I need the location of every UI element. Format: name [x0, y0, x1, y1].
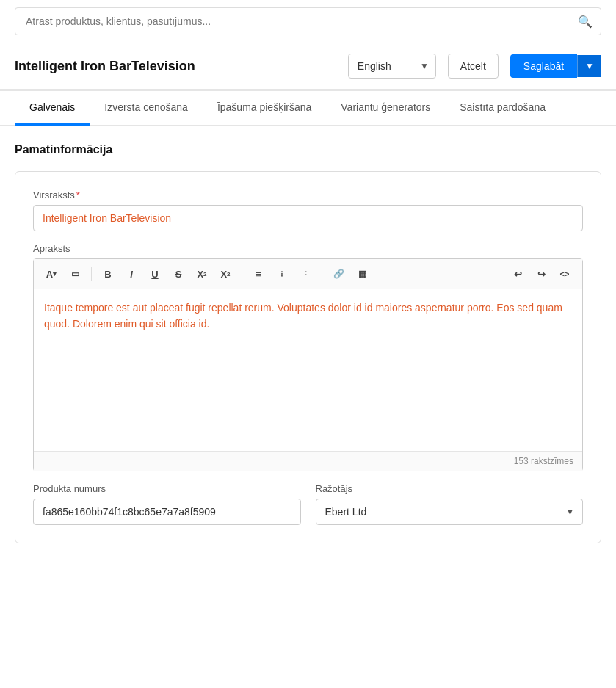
superscript-button[interactable]: X2 — [192, 264, 212, 284]
manufacturer-group: Ražotājs Ebert Ltd ▼ — [316, 483, 584, 525]
list-number-button[interactable]: ∶ — [295, 264, 316, 284]
bold-button[interactable]: B — [98, 264, 118, 284]
page-header: Intelligent Iron BarTelevision English ▼… — [0, 43, 616, 91]
search-input[interactable] — [15, 7, 601, 35]
list-bullet-button[interactable]: ⁝ — [272, 264, 292, 284]
tab-variantu-ģenerators[interactable]: Variantu ģenerators — [326, 91, 445, 126]
title-field-group: Virsraksts* — [33, 189, 583, 243]
save-button-group: Saglabāt ▼ — [510, 54, 601, 78]
manufacturer-select-wrapper: Ebert Ltd ▼ — [316, 499, 584, 525]
language-selector-wrapper: English ▼ — [348, 54, 436, 79]
required-indicator: * — [76, 189, 80, 200]
product-manufacturer-row: Produkta numurs Ražotājs Ebert Ltd ▼ — [33, 483, 583, 525]
strikethrough-button[interactable]: S — [168, 264, 189, 284]
editor-content[interactable]: Itaque tempore est aut placeat fugit rep… — [34, 289, 582, 451]
page-title: Intelligent Iron BarTelevision — [15, 59, 336, 74]
title-label: Virsraksts* — [33, 189, 583, 200]
undo-button[interactable]: ↩ — [507, 264, 528, 284]
toolbar-separator-3 — [322, 267, 322, 281]
tab-saistītā-pārdošana[interactable]: Saistītā pārdošana — [445, 91, 560, 126]
table-icon-button[interactable]: ▭ — [65, 264, 85, 284]
italic-button[interactable]: I — [121, 264, 142, 284]
text-format-button[interactable]: A▾ — [41, 264, 62, 284]
align-button[interactable]: ≡ — [248, 264, 269, 284]
manufacturer-select[interactable]: Ebert Ltd — [316, 499, 584, 525]
search-icon: 🔍 — [578, 15, 593, 29]
tab-izvērsta-cenošana[interactable]: Izvērsta cenošana — [90, 91, 203, 126]
search-bar: 🔍 — [0, 0, 616, 43]
product-number-label: Produkta numurs — [33, 483, 301, 494]
tabs-bar: Galvenais Izvērsta cenošana Īpašuma pieš… — [0, 91, 616, 126]
toolbar-separator-1 — [91, 267, 92, 281]
cancel-button[interactable]: Atcelt — [448, 54, 499, 79]
description-field-group: Apraksts A▾ ▭ B I U S X2 X2 ≡ ⁝ ∶ — [33, 243, 583, 471]
product-number-input[interactable] — [33, 499, 301, 525]
tab-galvenais[interactable]: Galvenais — [15, 91, 90, 126]
main-content: Pamatinformācija Virsraksts* Apraksts A▾… — [0, 126, 616, 579]
table-button[interactable]: ▦ — [352, 264, 372, 284]
editor-toolbar: A▾ ▭ B I U S X2 X2 ≡ ⁝ ∶ 🔗 ▦ — [34, 259, 582, 289]
rich-text-editor: A▾ ▭ B I U S X2 X2 ≡ ⁝ ∶ 🔗 ▦ — [33, 258, 583, 471]
manufacturer-label: Ražotājs — [316, 483, 584, 494]
title-input[interactable] — [33, 205, 583, 231]
underline-button[interactable]: U — [145, 264, 165, 284]
product-number-group: Produkta numurs — [33, 483, 301, 525]
description-label: Apraksts — [33, 243, 583, 254]
save-dropdown-button[interactable]: ▼ — [577, 55, 601, 77]
tab-īpašuma-piešķiršana[interactable]: Īpašuma piešķiršana — [203, 91, 326, 126]
redo-button[interactable]: ↪ — [531, 264, 551, 284]
toolbar-separator-2 — [242, 267, 242, 281]
section-title: Pamatinformācija — [15, 143, 601, 156]
save-button[interactable]: Saglabāt — [510, 54, 577, 78]
subscript-button[interactable]: X2 — [215, 264, 236, 284]
char-count: 153 rakstzīmes — [34, 451, 582, 471]
basic-info-card: Virsraksts* Apraksts A▾ ▭ B I U S X2 X2 — [15, 171, 601, 543]
language-select[interactable]: English — [348, 54, 436, 79]
search-wrapper: 🔍 — [15, 7, 601, 35]
toolbar-right-group: ↩ ↪ <> — [507, 264, 575, 284]
code-button[interactable]: <> — [554, 264, 575, 284]
link-button[interactable]: 🔗 — [328, 264, 349, 284]
